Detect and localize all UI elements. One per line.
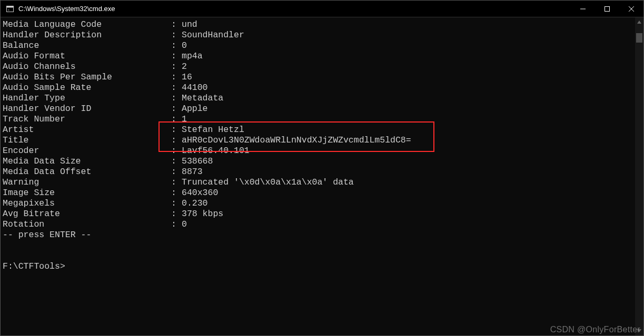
field-separator: :: [171, 104, 182, 114]
field-value: Lavf56.40.101: [182, 146, 250, 156]
field-value: 640x360: [182, 188, 218, 198]
field-separator: :: [171, 209, 182, 219]
field-separator: :: [171, 62, 182, 72]
output-row: Handler Description: SoundHandler: [3, 30, 643, 40]
field-separator: :: [171, 83, 182, 93]
field-value: mp4a: [182, 51, 203, 62]
output-row: Artist: Stefan Hetzl: [3, 125, 643, 135]
vertical-scrollbar[interactable]: [635, 17, 643, 335]
shell-prompt[interactable]: F:\CTFTools>: [3, 261, 643, 272]
field-value: 1: [182, 114, 187, 125]
field-label: Media Data Offset: [3, 167, 171, 177]
field-value: 0: [182, 40, 187, 51]
field-label: Audio Channels: [3, 62, 171, 72]
field-value: 44100: [182, 83, 208, 93]
output-row: Megapixels: 0.230: [3, 198, 643, 209]
field-label: Rotation: [3, 219, 171, 230]
field-separator: :: [171, 198, 182, 209]
field-value: 0: [182, 219, 187, 230]
field-label: Title: [3, 135, 171, 146]
output-row: Balance: 0: [3, 40, 643, 51]
scroll-down-arrow[interactable]: [635, 326, 643, 335]
field-value: Stefan Hetzl: [182, 125, 244, 135]
field-separator: :: [171, 72, 182, 83]
field-value: Truncated '\x0d\x0a\x1a\x0a' data: [182, 177, 354, 188]
output-row: Media Data Size: 538668: [3, 156, 643, 167]
field-label: Handler Vendor ID: [3, 104, 171, 114]
titlebar[interactable]: >_ C:\Windows\System32\cmd.exe: [1, 1, 643, 17]
output-row: Media Language Code: und: [3, 19, 643, 30]
field-value: 8873: [182, 167, 203, 177]
press-enter-prompt: -- press ENTER --: [3, 230, 643, 240]
terminal-area[interactable]: Media Language Code: undHandler Descript…: [1, 17, 643, 335]
field-label: Image Size: [3, 188, 171, 198]
field-label: Artist: [3, 125, 171, 135]
field-separator: :: [171, 135, 182, 146]
blank-line: [3, 240, 643, 251]
field-label: Avg Bitrate: [3, 209, 171, 219]
field-value: 378 kbps: [182, 209, 223, 219]
field-label: Track Number: [3, 114, 171, 125]
field-separator: :: [171, 167, 182, 177]
close-button[interactable]: [619, 1, 643, 17]
svg-marker-8: [637, 329, 641, 332]
cmd-icon: >_: [6, 5, 14, 13]
output-row: Handler Vendor ID: Apple: [3, 104, 643, 114]
blank-line: [3, 251, 643, 261]
field-separator: :: [171, 30, 182, 40]
output-row: Audio Channels: 2: [3, 62, 643, 72]
output-row: Audio Format: mp4a: [3, 51, 643, 62]
field-label: Audio Format: [3, 51, 171, 62]
field-value: Apple: [182, 104, 208, 114]
field-separator: :: [171, 146, 182, 156]
field-label: Handler Type: [3, 93, 171, 104]
output-row: Audio Bits Per Sample: 16: [3, 72, 643, 83]
field-label: Encoder: [3, 146, 171, 156]
output-row: Audio Sample Rate: 44100: [3, 83, 643, 93]
field-label: Audio Sample Rate: [3, 83, 171, 93]
field-label: Media Language Code: [3, 19, 171, 30]
output-row: Rotation: 0: [3, 219, 643, 230]
output-row: Encoder: Lavf56.40.101: [3, 146, 643, 156]
field-separator: :: [171, 219, 182, 230]
minimize-button[interactable]: [571, 1, 595, 17]
window-controls: [571, 1, 643, 17]
output-row: Avg Bitrate: 378 kbps: [3, 209, 643, 219]
output-row: Warning: Truncated '\x0d\x0a\x1a\x0a' da…: [3, 177, 643, 188]
svg-rect-4: [605, 6, 610, 11]
field-separator: :: [171, 156, 182, 167]
output-row: Title: aHR0cDovL3N0ZWdoaWRlLnNvdXJjZWZvc…: [3, 135, 643, 146]
scroll-thumb[interactable]: [636, 33, 642, 43]
field-separator: :: [171, 51, 182, 62]
field-label: Audio Bits Per Sample: [3, 72, 171, 83]
field-separator: :: [171, 177, 182, 188]
field-value: 538668: [182, 156, 213, 167]
field-label: Warning: [3, 177, 171, 188]
field-label: Balance: [3, 40, 171, 51]
field-separator: :: [171, 19, 182, 30]
field-label: Megapixels: [3, 198, 171, 209]
field-value: aHR0cDovL3N0ZWdoaWRlLnNvdXJjZWZvcmdlLm5l…: [182, 135, 411, 146]
svg-marker-7: [637, 21, 641, 24]
field-value: Metadata: [182, 93, 223, 104]
maximize-button[interactable]: [595, 1, 619, 17]
field-value: SoundHandler: [182, 30, 244, 40]
field-label: Media Data Size: [3, 156, 171, 167]
output-row: Handler Type: Metadata: [3, 93, 643, 104]
field-label: Handler Description: [3, 30, 171, 40]
field-separator: :: [171, 125, 182, 135]
field-value: 2: [182, 62, 187, 72]
field-separator: :: [171, 188, 182, 198]
field-value: und: [182, 19, 197, 30]
scroll-up-arrow[interactable]: [635, 17, 643, 27]
field-value: 16: [182, 72, 192, 83]
output-row: Image Size: 640x360: [3, 188, 643, 198]
field-value: 0.230: [182, 198, 208, 209]
svg-text:>_: >_: [8, 7, 12, 12]
terminal-output: Media Language Code: undHandler Descript…: [1, 17, 643, 335]
window-title: C:\Windows\System32\cmd.exe: [18, 5, 115, 13]
output-row: Track Number: 1: [3, 114, 643, 125]
output-row: Media Data Offset: 8873: [3, 167, 643, 177]
field-separator: :: [171, 93, 182, 104]
field-separator: :: [171, 40, 182, 51]
